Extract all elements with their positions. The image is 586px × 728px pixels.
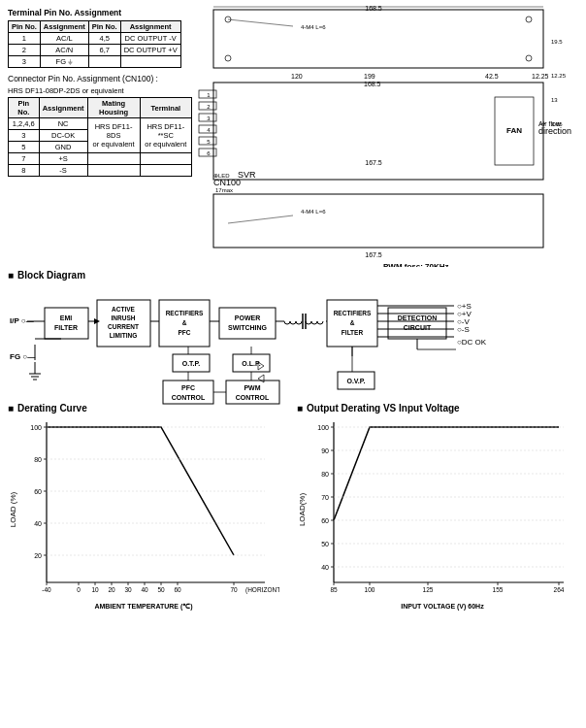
svg-text:20: 20 [34, 552, 42, 559]
svg-marker-117 [258, 375, 264, 382]
svg-text:CURRENT: CURRENT [108, 323, 139, 330]
svg-text:85: 85 [330, 586, 338, 593]
svg-text:PFC: PFC [179, 329, 191, 336]
svg-text:&: & [182, 319, 187, 326]
svg-text:4-M4 L=6: 4-M4 L=6 [301, 209, 326, 215]
svg-text:PFC: PFC [181, 384, 195, 391]
svg-point-5 [526, 17, 532, 22]
svg-text:80: 80 [34, 456, 42, 463]
svg-text:FILTER: FILTER [54, 324, 78, 331]
pin-table: Pin No. Assignment Pin No. Assignment 1 … [8, 20, 181, 68]
table-row: 1 AC/L 4,5 DC OUTPUT -V [9, 33, 181, 45]
svg-text:POWER: POWER [235, 314, 260, 321]
svg-text:3: 3 [207, 116, 211, 121]
svg-point-6 [225, 55, 231, 61]
svg-text:CN100: CN100 [213, 178, 241, 187]
svg-text:FAN: FAN [506, 126, 522, 135]
svg-text:167.5: 167.5 [365, 159, 382, 166]
svg-text:RECTIFIERS: RECTIFIERS [334, 310, 372, 316]
table-row: 8 -S [9, 165, 192, 177]
svg-text:RECTIFIERS: RECTIFIERS [166, 310, 204, 316]
svg-text:AMBIENT TEMPERATURE (℃): AMBIENT TEMPERATURE (℃) [94, 603, 192, 611]
svg-text:70: 70 [321, 494, 329, 501]
svg-text:30: 30 [124, 586, 132, 593]
terminal-section: Terminal Pin No. Assignment Pin No. Assi… [8, 8, 192, 177]
svg-text:125: 125 [423, 586, 434, 593]
svg-text:→: → [538, 118, 547, 128]
table-row: 3 FG ⏚ [9, 56, 181, 68]
svg-text:90: 90 [321, 447, 329, 454]
svg-text:168.5: 168.5 [365, 5, 382, 12]
svg-text:○-S: ○-S [457, 325, 470, 334]
svg-text:70: 70 [230, 586, 238, 593]
svg-text:(HORIZONTAL): (HORIZONTAL) [245, 586, 279, 594]
svg-text:5: 5 [207, 139, 211, 145]
svg-text:LOAD(%): LOAD(%) [298, 493, 307, 527]
svg-rect-0 [213, 10, 543, 68]
pin-header-1: Pin No. [9, 21, 41, 33]
svg-text:50: 50 [157, 586, 165, 593]
svg-text:LIMITING: LIMITING [110, 332, 138, 339]
svg-text:INRUSH: INRUSH [112, 314, 136, 321]
derating-curve-svg: LOAD (%) 100 80 60 40 20 -40 [8, 417, 279, 631]
svg-text:40: 40 [321, 564, 329, 571]
svg-text:100: 100 [365, 586, 375, 593]
svg-line-32 [228, 19, 293, 26]
svg-text:4-M4 L=6: 4-M4 L=6 [301, 24, 326, 30]
top-diagram: 168.5 1 2 3 4 5 6 [194, 5, 572, 267]
svg-rect-52 [45, 308, 88, 339]
svg-text:40: 40 [34, 520, 42, 527]
svg-text:155: 155 [493, 586, 504, 593]
svg-text:4: 4 [207, 127, 211, 133]
svg-text:168.5: 168.5 [364, 81, 381, 87]
svg-text:2: 2 [207, 104, 211, 110]
table-row: 7 +S [9, 153, 192, 165]
svg-text:199: 199 [364, 73, 375, 80]
svg-text:100: 100 [30, 424, 42, 431]
pin-header-4: Assignment [120, 21, 180, 33]
svg-text:20: 20 [108, 586, 115, 593]
svg-text:1: 1 [207, 92, 211, 98]
svg-text:CIRCUIT: CIRCUIT [404, 324, 432, 331]
svg-text:SWITCHING: SWITCHING [228, 324, 268, 331]
svg-point-7 [526, 55, 532, 61]
block-diagram-title: Block Diagram [8, 270, 578, 281]
svg-text:50: 50 [321, 541, 329, 547]
svg-text:60: 60 [321, 517, 329, 524]
curves-section: Derating Curve LOAD (%) 100 80 60 40 [8, 403, 578, 633]
svg-text:PWM: PWM [244, 384, 260, 391]
derating-curve-block: Derating Curve LOAD (%) 100 80 60 40 [8, 403, 289, 633]
svg-text:167.5: 167.5 [365, 251, 382, 258]
svg-text:60: 60 [174, 586, 181, 593]
svg-text:0: 0 [77, 586, 81, 593]
svg-text:3.85: 3.85 [551, 121, 563, 127]
svg-text:DETECTION: DETECTION [398, 314, 437, 321]
pin-header-3: Pin No. [88, 21, 120, 33]
pin-header-2: Assignment [40, 21, 88, 33]
svg-rect-82 [388, 308, 446, 339]
svg-rect-28 [213, 194, 543, 248]
connector-title: Connector Pin No. Assignment (CN100) : [8, 74, 192, 83]
svg-text:10: 10 [91, 586, 99, 593]
block-diagram-svg: I/P ○— FG ○— EMI FILTER ACTIVE INRUSH CU… [8, 286, 578, 413]
connector-section: Connector Pin No. Assignment (CN100) : H… [8, 74, 192, 177]
svg-text:264: 264 [554, 586, 565, 593]
terminal-title: Terminal Pin No. Assignment [8, 8, 192, 17]
svg-text:12.25: 12.25 [551, 73, 567, 79]
svg-text:O.T.P.: O.T.P. [182, 360, 201, 367]
svg-text:100: 100 [317, 424, 329, 431]
svg-text:42.5: 42.5 [485, 73, 499, 80]
svg-text:60: 60 [34, 488, 42, 495]
output-derating-svg: LOAD(%) 100 90 80 70 60 50 40 [297, 417, 578, 631]
svg-text:ACTIVE: ACTIVE [112, 306, 136, 313]
svg-rect-70 [219, 308, 276, 339]
svg-text:120: 120 [291, 73, 303, 80]
svg-text:-40: -40 [42, 586, 51, 593]
svg-text:19.5: 19.5 [551, 39, 563, 45]
svg-text:&: & [350, 319, 355, 326]
output-derating-title: Output Derating VS Input Voltage [297, 403, 578, 414]
derating-curve-title: Derating Curve [8, 403, 289, 414]
svg-text:80: 80 [321, 471, 329, 478]
svg-text:LOAD (%): LOAD (%) [9, 491, 17, 527]
svg-text:EMI: EMI [60, 314, 73, 321]
